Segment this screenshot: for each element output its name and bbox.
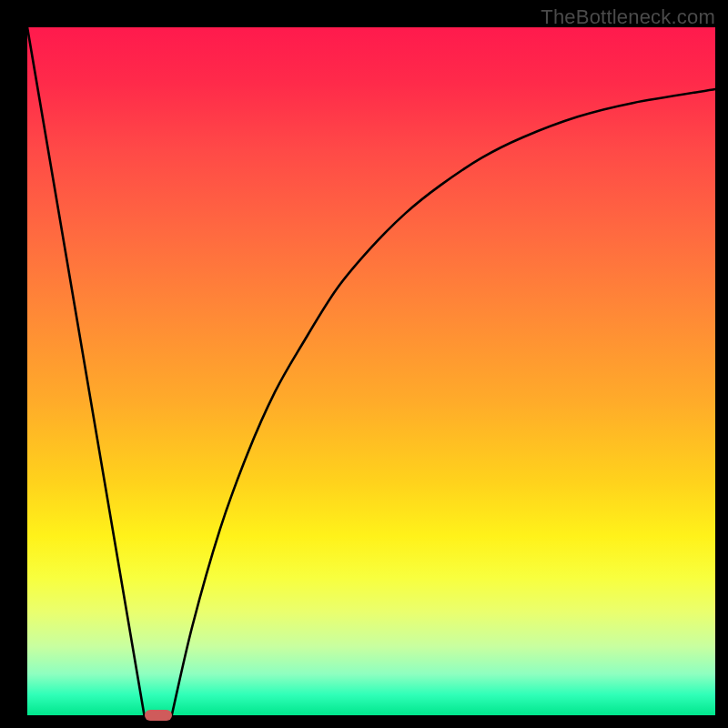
minimum-marker bbox=[145, 710, 172, 721]
plot-area bbox=[27, 27, 715, 715]
chart-frame: TheBottleneck.com bbox=[0, 0, 728, 728]
watermark-text: TheBottleneck.com bbox=[541, 5, 715, 29]
curve-right-branch bbox=[172, 89, 715, 715]
curve-left-branch bbox=[27, 27, 145, 715]
bottleneck-curve bbox=[27, 27, 715, 715]
